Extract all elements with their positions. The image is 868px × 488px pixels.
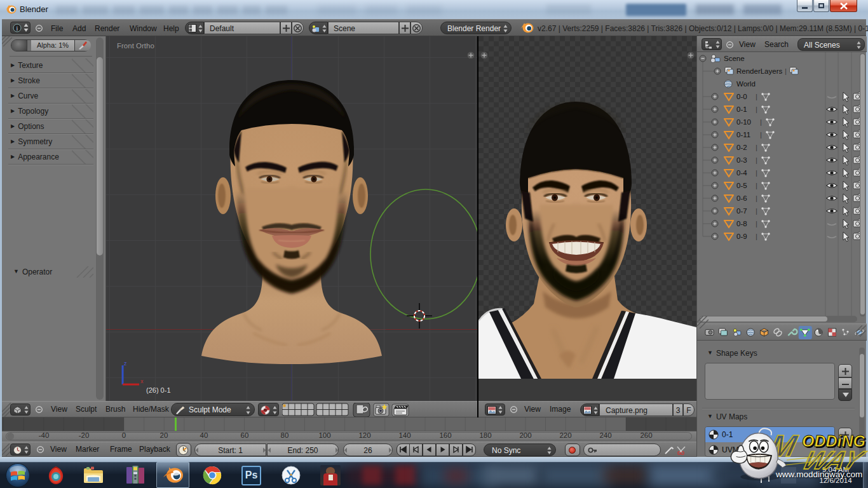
svg-text:|: | — [756, 220, 757, 227]
svg-text:|: | — [756, 182, 757, 189]
svg-text:|: | — [756, 105, 757, 113]
svg-text:0-8: 0-8 — [736, 220, 747, 227]
svg-text:0-0: 0-0 — [736, 93, 747, 100]
svg-text:0-6: 0-6 — [736, 194, 747, 202]
svg-text:|: | — [785, 67, 787, 75]
svg-text:0-10: 0-10 — [736, 118, 751, 126]
svg-text:0-7: 0-7 — [736, 207, 747, 215]
svg-text:i: i — [17, 25, 18, 32]
svg-text:|: | — [756, 207, 757, 215]
svg-text:0-2: 0-2 — [736, 144, 747, 151]
svg-text:0-3: 0-3 — [736, 156, 747, 164]
svg-text:x: x — [140, 378, 144, 384]
svg-text:0-4: 0-4 — [736, 169, 747, 177]
svg-text:RenderLayers: RenderLayers — [736, 67, 782, 75]
svg-text:0-9: 0-9 — [736, 233, 747, 240]
svg-text:|: | — [756, 169, 757, 177]
svg-text:z: z — [124, 360, 127, 367]
svg-text:|: | — [756, 93, 757, 100]
svg-text:|: | — [760, 118, 762, 126]
svg-text:0-1: 0-1 — [736, 105, 747, 113]
svg-text:|: | — [760, 131, 762, 139]
svg-text:|: | — [756, 233, 757, 240]
svg-text:0-5: 0-5 — [736, 182, 747, 189]
svg-text:Scene: Scene — [724, 55, 745, 62]
svg-text:|: | — [756, 156, 757, 164]
svg-text:|: | — [756, 144, 757, 151]
svg-text:0-11: 0-11 — [736, 131, 750, 139]
svg-text:|: | — [756, 194, 757, 202]
svg-text:World: World — [736, 80, 756, 88]
